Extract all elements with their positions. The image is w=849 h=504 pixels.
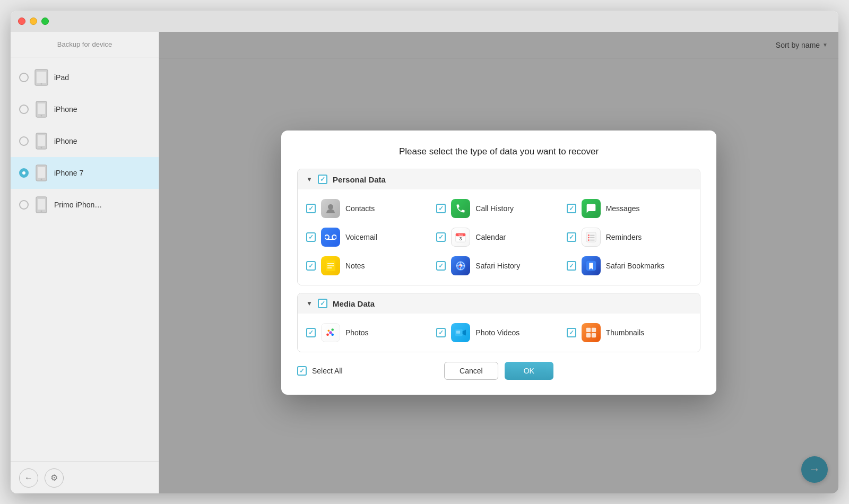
app-window: Backup for device iPad xyxy=(11,11,838,493)
checkbox-safari-bookmarks[interactable] xyxy=(567,261,576,271)
svg-rect-13 xyxy=(38,199,45,210)
svg-point-16 xyxy=(325,235,329,239)
settings-button[interactable]: ⚙ xyxy=(45,468,64,488)
svg-rect-7 xyxy=(38,135,45,146)
svg-point-17 xyxy=(332,235,336,239)
contacts-icon xyxy=(321,199,340,218)
iphone1-device-icon xyxy=(34,100,49,119)
svg-point-24 xyxy=(588,234,590,236)
checkbox-notes[interactable] xyxy=(306,261,316,271)
svg-rect-10 xyxy=(38,167,45,178)
device-radio-iphone2[interactable] xyxy=(19,136,29,146)
ok-button[interactable]: OK xyxy=(505,362,553,380)
maximize-button[interactable] xyxy=(41,18,49,25)
photo-videos-label: Photo Videos xyxy=(475,328,519,337)
minimize-button[interactable] xyxy=(30,18,37,25)
voicemail-label: Voicemail xyxy=(345,233,377,241)
checkbox-reminders[interactable] xyxy=(567,232,576,242)
checkbox-calendar[interactable] xyxy=(436,232,446,242)
media-data-grid: Photos Photo Videos xyxy=(306,323,691,342)
close-button[interactable] xyxy=(18,18,25,25)
reminders-label: Reminders xyxy=(606,233,642,241)
device-item-iphone1[interactable]: iPhone xyxy=(11,93,159,125)
checkbox-thumbnails[interactable] xyxy=(567,328,576,337)
device-name-iphone1: iPhone xyxy=(54,105,77,114)
modal-overlay: Please select the type of data you want … xyxy=(159,32,838,493)
photo-videos-icon xyxy=(451,323,470,342)
iphone2-device-icon xyxy=(34,132,49,151)
messages-icon xyxy=(582,199,601,218)
messages-label: Messages xyxy=(606,204,640,213)
item-photo-videos: Photo Videos xyxy=(436,323,561,342)
photos-label: Photos xyxy=(345,328,369,337)
item-calendar: 3Sun Calendar xyxy=(436,228,561,247)
device-item-ipad[interactable]: iPad xyxy=(11,62,159,93)
device-radio-ipad[interactable] xyxy=(19,73,29,82)
item-voicemail: Voicemail xyxy=(306,228,431,247)
section-personal: ▼ Personal Data xyxy=(297,169,700,285)
checkbox-personal[interactable] xyxy=(318,175,327,184)
section-personal-body: Contacts Call History xyxy=(298,189,700,285)
svg-rect-18 xyxy=(327,239,334,240)
item-photos: Photos xyxy=(306,323,431,342)
device-item-iphone2[interactable]: iPhone xyxy=(11,125,159,157)
contacts-label: Contacts xyxy=(345,204,375,213)
back-button[interactable]: ← xyxy=(19,468,38,488)
svg-marker-45 xyxy=(463,330,466,336)
primo-device-icon xyxy=(34,195,49,214)
checkbox-call-history[interactable] xyxy=(436,204,446,213)
iphone7-device-icon xyxy=(34,163,49,183)
section-personal-title: Personal Data xyxy=(333,175,386,184)
safari-history-icon xyxy=(451,256,470,275)
device-item-iphone7[interactable]: iPhone 7 xyxy=(11,157,159,189)
sidebar-bottom: ← ⚙ xyxy=(11,462,159,493)
section-media: ▼ Media Data xyxy=(297,293,700,352)
sidebar: Backup for device iPad xyxy=(11,32,159,493)
thumbnails-icon xyxy=(582,323,601,342)
checkbox-select-all[interactable] xyxy=(297,366,307,376)
device-list: iPad iPhone xyxy=(11,57,159,462)
sidebar-header: Backup for device xyxy=(11,32,159,57)
svg-point-11 xyxy=(41,179,42,180)
device-radio-iphone1[interactable] xyxy=(19,105,29,114)
collapse-media-icon[interactable]: ▼ xyxy=(306,300,313,307)
notes-icon xyxy=(321,256,340,275)
checkbox-media[interactable] xyxy=(318,299,327,308)
svg-point-41 xyxy=(326,333,329,336)
svg-point-28 xyxy=(588,239,590,241)
ipad-device-icon xyxy=(34,68,49,87)
checkbox-voicemail[interactable] xyxy=(306,232,316,242)
main-content: Backup for device iPad xyxy=(11,32,838,493)
main-area: Sort by name ▼ → Please select the type … xyxy=(159,32,838,493)
checkbox-photos[interactable] xyxy=(306,328,316,337)
svg-text:Sun: Sun xyxy=(458,234,463,237)
notes-label: Notes xyxy=(345,262,365,270)
sidebar-title: Backup for device xyxy=(57,40,112,48)
item-reminders: Reminders xyxy=(567,228,691,247)
svg-point-42 xyxy=(331,333,334,336)
svg-rect-47 xyxy=(586,328,590,332)
svg-rect-1 xyxy=(37,72,46,83)
calendar-icon: 3Sun xyxy=(451,228,470,247)
section-media-body: Photos Photo Videos xyxy=(298,314,700,352)
item-thumbnails: Thumbnails xyxy=(567,323,691,342)
item-safari-bookmarks: Safari Bookmarks xyxy=(567,256,691,275)
device-name-ipad: iPad xyxy=(54,73,69,82)
device-radio-iphone7[interactable] xyxy=(19,168,29,178)
device-item-primo[interactable]: Primo iPhon… xyxy=(11,189,159,221)
checkbox-contacts[interactable] xyxy=(306,204,316,213)
checkbox-photo-videos[interactable] xyxy=(436,328,446,337)
modal-footer: Select All Cancel OK xyxy=(297,362,700,380)
svg-point-15 xyxy=(328,204,333,210)
svg-rect-4 xyxy=(38,103,45,114)
collapse-personal-icon[interactable]: ▼ xyxy=(306,176,313,183)
safari-bookmarks-icon xyxy=(582,256,601,275)
svg-rect-48 xyxy=(592,328,596,332)
checkbox-safari-history[interactable] xyxy=(436,261,446,271)
device-radio-primo[interactable] xyxy=(19,200,29,210)
checkbox-messages[interactable] xyxy=(567,204,576,213)
item-safari-history: Safari History xyxy=(436,256,561,275)
safari-bookmarks-label: Safari Bookmarks xyxy=(606,262,664,270)
svg-point-14 xyxy=(41,211,42,212)
cancel-button[interactable]: Cancel xyxy=(444,362,498,380)
